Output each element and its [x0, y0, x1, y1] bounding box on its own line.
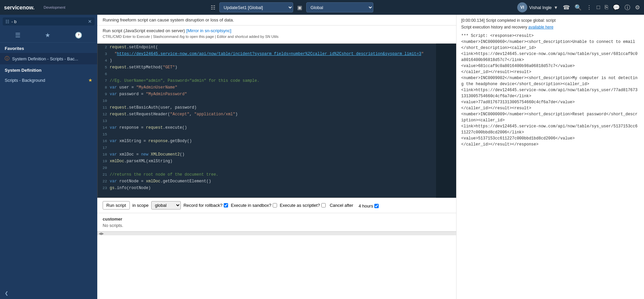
sidebar-search-box: ☷ ✕	[3, 17, 95, 25]
code-line-10: 10	[98, 98, 456, 104]
sidebar-item-label: System Definition - Scripts - Bac...	[12, 56, 78, 61]
history-text: Script execution history and recovery	[461, 25, 527, 29]
user-name: Vishal Ingle	[529, 5, 552, 10]
code-line-21: 21 //returns the root node of the docume…	[98, 171, 456, 178]
code-line-23: 23 gs.info(rootNode)	[98, 185, 456, 191]
content-area: Running freeform script can cause system…	[97, 15, 456, 299]
sidebar-item-scripts-background[interactable]: Scripts - Background ★	[0, 75, 97, 85]
code-line-20: 20	[98, 165, 456, 171]
phone-icon[interactable]: ☎	[563, 4, 570, 11]
no-scripts-text: No scripts.	[103, 223, 451, 228]
code-line-8: 8 var user = "MyAdminUserName"	[98, 84, 456, 91]
sidebar-tabs: ☰ ★ 🕐	[0, 28, 97, 43]
system-definition-section-label: System Definition	[0, 64, 97, 75]
search-icon[interactable]: 🔍	[575, 4, 582, 11]
code-editor[interactable]: 2 request.setEndpoint( 3 "https://dev124…	[97, 44, 456, 198]
env-label: Development	[44, 5, 65, 9]
run-script-label: Run script (JavaScript executed on serve…	[103, 28, 185, 33]
code-line-3: 3 "https://dev124645.service-now.com/api…	[98, 51, 456, 57]
code-line-19: 19 xmlDoc.parseXML(xmlString)	[98, 158, 456, 165]
sidebar-collapse-btn[interactable]: ❮	[0, 287, 97, 299]
script-subheader: CTRL/CMD Enter to Execute | Slashcommand…	[103, 35, 451, 39]
user-menu[interactable]: VI Vishal Ingle ▼	[517, 2, 558, 12]
code-line-12: 12 request.setRequestHeader("Accept", "a…	[98, 111, 456, 118]
info-icon: ⓘ	[5, 56, 9, 62]
run-bar: Run script in scope global customer Reco…	[97, 198, 456, 213]
avatar: VI	[517, 2, 527, 12]
chevron-left-icon: ❮	[5, 291, 8, 296]
nav-right: VI Vishal Ingle ▼ ☎ 🔍 ⋮ □ ⎘ 💬 ⓘ ⚙	[517, 2, 640, 12]
code-line-14: 14 var response = request.execute()	[98, 124, 456, 131]
scriptlet-checkbox[interactable]	[321, 203, 326, 207]
customer-label: customer	[103, 217, 451, 222]
minimap	[436, 44, 456, 198]
code-line-15: 15	[98, 131, 456, 138]
code-line-5: 5 request.setHttpMethod("GET")	[98, 64, 456, 71]
output-panel: [0:00:00.134] Script completed in scope …	[456, 15, 644, 299]
tab-list-icon[interactable]: ☰	[12, 30, 23, 40]
scope-label: in scope	[132, 203, 149, 208]
sidebar: ☷ ✕ ☰ ★ 🕐 Favorites ⓘ System Definition …	[0, 15, 97, 299]
split-view-btn[interactable]: ▣	[296, 3, 304, 12]
sidebar-search-input[interactable]	[11, 19, 86, 24]
code-line-16: 16 var xmlString = response.getBody()	[98, 138, 456, 144]
tab-history-icon[interactable]: 🕐	[72, 30, 85, 40]
code-line-22: 22 var rootNode = xmlDoc.getDocumentElem…	[98, 178, 456, 185]
sidebar-icon[interactable]: □	[597, 4, 600, 11]
sandbox-label: Execute in sandbox?	[231, 203, 277, 208]
code-line-7: 7 //Eg. UserName="admin", Password="admi…	[98, 77, 456, 84]
code-line-11: 11 request.setBasicAuth(user, password)	[98, 104, 456, 111]
code-line-13: 13	[98, 118, 456, 124]
hours-label: 4 hours	[359, 203, 379, 208]
sidebar-item-sys-def-scripts[interactable]: ⓘ System Definition - Scripts - Bac...	[0, 53, 97, 64]
run-script-button[interactable]: Run script	[103, 201, 130, 210]
grid-icon[interactable]: ⋮	[586, 4, 592, 11]
rollback-checkbox[interactable]	[224, 203, 228, 207]
output-history: Script execution history and recovery av…	[461, 25, 639, 29]
scroll-indicator: ◀▶	[99, 232, 104, 235]
customer-section: customer No scripts.	[97, 213, 456, 231]
filter-icon: ☷	[5, 19, 9, 24]
scriptlet-label: Execute as scriptlet?	[280, 203, 326, 208]
output-status: [0:00:00.134] Script completed in scope …	[461, 18, 639, 23]
code-line-6: 6	[98, 71, 456, 77]
tab-favorites-icon[interactable]: ★	[42, 30, 53, 40]
chat-icon[interactable]: 💬	[613, 4, 620, 11]
star-icon[interactable]: ★	[88, 77, 93, 83]
code-line-18: 18 var xmlDoc = new XMLDocument2()	[98, 151, 456, 158]
favorites-section-label: Favorites	[0, 43, 97, 53]
servicenow-logo: servicenow.	[4, 4, 41, 11]
settings-icon[interactable]: ⚙	[635, 4, 640, 11]
logo-area: servicenow. Development	[4, 4, 65, 11]
mirror-link[interactable]: [Mirror in sn-scriptsync]	[186, 28, 231, 33]
toggle-sidebar-btn[interactable]: ☷	[209, 3, 217, 12]
sandbox-checkbox[interactable]	[273, 203, 277, 207]
sidebar-scripts-label: Scripts - Background	[5, 78, 45, 83]
script-header: Run script (JavaScript executed on serve…	[103, 28, 451, 33]
chevron-down-icon: ▼	[554, 5, 558, 10]
clear-search-icon[interactable]: ✕	[88, 19, 92, 24]
code-line-9: 9 var password = "MyAdminPassword"	[98, 91, 456, 98]
help-icon[interactable]: ⓘ	[625, 4, 630, 11]
code-line-2: 2 request.setEndpoint(	[98, 44, 456, 51]
horizontal-scrollbar[interactable]: ◀▶	[97, 231, 456, 235]
rollback-label: Record for rollback?	[183, 203, 228, 208]
update-set-select[interactable]: UpdateSet1 [Global]	[219, 2, 293, 12]
scope-dropdown[interactable]: global customer	[151, 201, 181, 210]
warning-banner: Running freeform script can cause system…	[97, 15, 456, 25]
top-nav: servicenow. Development ☷ UpdateSet1 [Gl…	[0, 0, 644, 15]
script-section: Run script (JavaScript executed on serve…	[97, 25, 456, 44]
svg-text:servicenow.: servicenow.	[4, 5, 35, 10]
output-result-text: *** Script: <response><result> <number>I…	[461, 33, 639, 147]
code-line-4: 4 )	[98, 57, 456, 64]
code-line-17: 17	[98, 144, 456, 151]
code-editor-wrap: 2 request.setEndpoint( 3 "https://dev124…	[97, 44, 456, 198]
scope-wrap: Global	[306, 2, 373, 12]
history-icon[interactable]: ⎘	[605, 4, 608, 11]
main-layout: ☷ ✕ ☰ ★ 🕐 Favorites ⓘ System Definition …	[0, 15, 644, 299]
scope-select[interactable]: Global	[306, 2, 373, 12]
hours-checkbox[interactable]	[374, 204, 379, 208]
history-link[interactable]: available here	[528, 25, 553, 29]
update-set-wrap: UpdateSet1 [Global]	[219, 2, 293, 12]
nav-center: ☷ UpdateSet1 [Global] ▣ Global	[69, 2, 514, 12]
